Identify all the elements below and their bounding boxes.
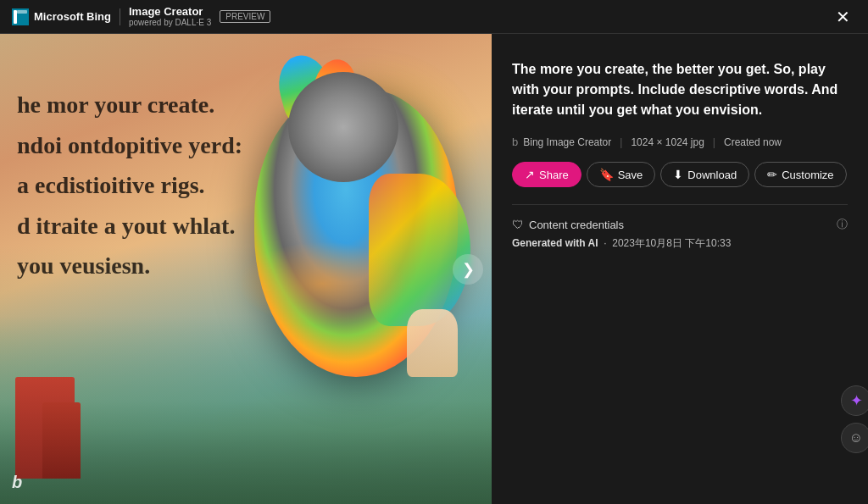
text-line-4: d itraite a yout whlat. (17, 206, 242, 246)
save-icon: 🔖 (599, 168, 614, 181)
bing-bottom-logo: b (12, 473, 22, 492)
flower-glow (237, 241, 407, 326)
app-title: Image Creator (129, 5, 211, 19)
info-panel: The more you create, the better you get.… (492, 34, 868, 504)
feedback-button[interactable]: ☺ (841, 423, 868, 453)
header-title-block: Image Creator powered by DALL·E 3 (129, 5, 211, 29)
header: Microsoft Bing Image Creator powered by … (0, 0, 868, 34)
download-label: Download (687, 169, 737, 181)
parrot-area (237, 55, 475, 394)
image-meta: b Bing Image Creator | 1024 × 1024 jpg |… (512, 136, 848, 148)
preview-badge: PREVIEW (220, 10, 270, 23)
image-dimensions: 1024 × 1024 jpg (631, 136, 704, 148)
text-line-2: ndoi ontdopitive yerd: (17, 125, 242, 166)
bing-logo-text: Microsoft Bing (34, 10, 111, 23)
action-buttons: ↗ Share 🔖 Save ⬇ Download ✏ Customize (512, 162, 848, 187)
hand (407, 309, 458, 377)
svg-rect-1 (17, 10, 27, 14)
save-label: Save (618, 169, 643, 181)
generated-date: 2023年10月8日 下午10:33 (612, 237, 731, 249)
save-button[interactable]: 🔖 Save (587, 162, 656, 187)
image-description: The more you create, the better you get.… (512, 59, 848, 120)
credentials-info-icon[interactable]: ⓘ (837, 217, 848, 232)
share-button[interactable]: ↗ Share (512, 162, 581, 187)
image-container: he mor your create. ndoi ontdopitive yer… (0, 34, 492, 504)
credentials-header: 🛡 Content credentials ⓘ (512, 217, 848, 232)
image-panel: he mor your create. ndoi ontdopitive yer… (0, 34, 492, 504)
share-label: Share (539, 169, 569, 181)
floating-buttons: ✦ ☺ (841, 385, 868, 453)
share-icon: ↗ (525, 168, 535, 181)
bing-logo: Microsoft Bing (12, 8, 111, 25)
svg-rect-0 (14, 10, 17, 24)
building-2 (42, 402, 81, 479)
header-left: Microsoft Bing Image Creator powered by … (12, 5, 270, 29)
credentials-title: Content credentials (529, 219, 624, 231)
credentials-icon: 🛡 (512, 218, 524, 231)
download-button[interactable]: ⬇ Download (660, 162, 749, 187)
sparkle-button[interactable]: ✦ (841, 385, 868, 416)
header-divider (120, 8, 120, 25)
creator-name: Bing Image Creator (523, 136, 611, 148)
text-line-5: you veusiesn. (17, 246, 242, 286)
created-time: Created now (724, 136, 782, 148)
generated-label: Generated with AI (512, 237, 598, 249)
credentials-section: 🛡 Content credentials ⓘ Generated with A… (512, 204, 848, 251)
download-icon: ⬇ (673, 168, 683, 181)
creator-icon: b (512, 136, 518, 148)
app-subtitle: powered by DALL·E 3 (129, 18, 211, 28)
meta-sep-2: | (713, 136, 715, 148)
bing-logo-icon (12, 8, 29, 25)
close-button[interactable]: ✕ (829, 3, 856, 30)
meta-sep-1: | (620, 136, 622, 148)
text-line-3: a ecdistioitive rigs. (17, 165, 242, 206)
image-text-overlay: he mor your create. ndoi ontdopitive yer… (17, 85, 242, 286)
customize-icon: ✏ (767, 168, 777, 181)
main-content: he mor your create. ndoi ontdopitive yer… (0, 34, 868, 504)
credentials-title-row: 🛡 Content credentials (512, 218, 624, 231)
parrot-head (288, 72, 398, 182)
credentials-detail: Generated with AI · 2023年10月8日 下午10:33 (512, 235, 848, 251)
next-arrow-button[interactable]: ❯ (453, 254, 483, 285)
customize-button[interactable]: ✏ Customize (754, 162, 846, 187)
text-line-1: he mor your create. (17, 85, 242, 125)
customize-label: Customize (782, 169, 833, 181)
